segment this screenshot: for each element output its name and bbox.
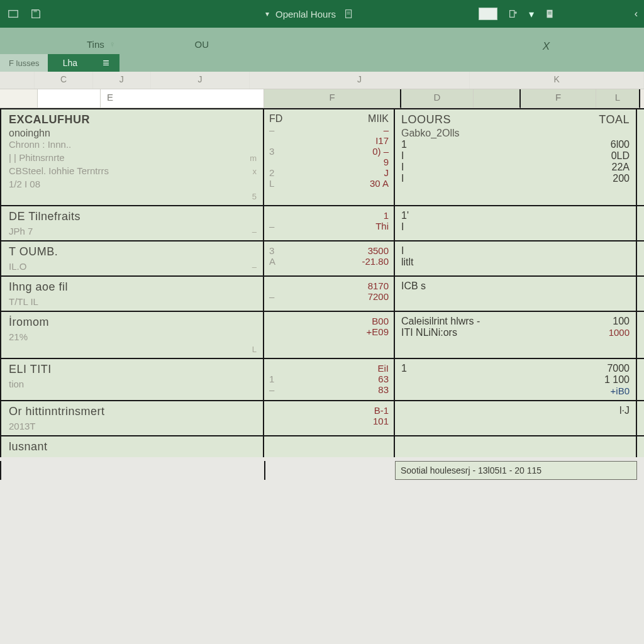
chevron-left-icon[interactable]: ‹ — [635, 8, 638, 19]
section-right[interactable] — [395, 436, 637, 457]
mid-row[interactable]: 163 — [269, 374, 389, 384]
section-mid[interactable]: B00+E09 — [264, 312, 395, 358]
right-row[interactable]: I200 — [401, 173, 630, 184]
chevron-down-icon[interactable]: ▾ — [265, 9, 269, 18]
mid-row[interactable]: EiI — [269, 363, 389, 374]
col-j[interactable]: J — [93, 72, 151, 89]
spreadsheet-grid[interactable]: EXCALUFHURonoinghnChronn : Innn..| | Phi… — [0, 108, 644, 457]
mid-row[interactable]: A-21.80 — [269, 256, 389, 267]
section-right[interactable]: ICB s — [395, 277, 637, 311]
tab-ou[interactable]: OU — [184, 35, 221, 53]
right-row[interactable]: 1 100 — [401, 374, 630, 386]
right-row[interactable]: l·J — [401, 405, 630, 416]
tab-tins[interactable]: Tins ♀ — [75, 35, 127, 53]
section-right[interactable]: Ilitlt — [395, 242, 637, 275]
mid-row[interactable]: L30 A — [269, 178, 389, 189]
mid-row[interactable]: B-1 — [269, 405, 389, 416]
right-row[interactable]: I0LD — [401, 150, 630, 162]
section-right[interactable]: 1'I — [395, 206, 637, 240]
left-row[interactable]: tion — [9, 379, 257, 389]
right-row[interactable]: Caleisilrint hlwrs -100 — [401, 316, 630, 327]
left-row[interactable]: 5 — [9, 192, 257, 201]
section-left[interactable]: EXCALUFHURonoinghnChronn : Innn..| | Phi… — [0, 109, 264, 205]
section-left[interactable]: Or hittinntrinsmert2013T — [0, 401, 264, 435]
col-blank3[interactable] — [474, 89, 521, 108]
left-row[interactable]: 1/2 I 08 — [9, 179, 257, 189]
col-d[interactable]: D — [401, 89, 474, 108]
right-row[interactable]: I — [401, 245, 630, 257]
mid-row[interactable]: I17 — [269, 135, 389, 146]
section-right[interactable]: LOOURSTOALGabko_2Olls16l00I0LDI22AI200 — [395, 109, 637, 205]
mid-row[interactable]: 1 — [269, 210, 389, 221]
section-right[interactable]: l·J — [395, 401, 637, 435]
left-row[interactable]: T/TL IL — [9, 296, 257, 307]
left-row[interactable]: L — [9, 345, 257, 354]
left-row[interactable]: 2013T — [9, 421, 257, 431]
right-row[interactable]: 17000 — [401, 363, 630, 374]
section-mid[interactable]: 33500A-21.80 — [264, 242, 395, 275]
right-row[interactable]: 1' — [401, 210, 630, 221]
section-right[interactable]: 170001 100+iB0 — [395, 359, 637, 400]
right-row[interactable]: I — [401, 221, 630, 233]
section-left[interactable]: T OUMB.IL.O– — [0, 242, 264, 275]
section-mid[interactable]: FDMIIK––I1730) –92JL30 A — [264, 109, 395, 205]
mid-row[interactable]: –7200 — [269, 291, 389, 302]
mid-cell-r: 30 A — [329, 178, 389, 189]
col-j3[interactable]: J — [250, 72, 470, 89]
col-blank[interactable] — [0, 89, 38, 108]
right-row[interactable]: +iB0 — [401, 386, 630, 396]
mid-row[interactable]: 33500 — [269, 245, 389, 256]
col-c[interactable]: C — [35, 72, 92, 89]
col-header[interactable] — [0, 72, 35, 89]
page-icon[interactable] — [543, 7, 557, 21]
chevron-down-icon[interactable]: ▾ — [529, 8, 534, 20]
window-icon — [6, 7, 20, 21]
right-row[interactable]: 16l00 — [401, 139, 630, 150]
search-box[interactable] — [479, 8, 497, 20]
section-mid[interactable] — [264, 436, 395, 457]
mid-row[interactable]: +E09 — [269, 326, 389, 337]
col-blank2[interactable] — [38, 89, 101, 108]
mid-row[interactable]: 2J — [269, 167, 389, 178]
left-row[interactable]: JPh 7– — [9, 226, 257, 236]
left-row[interactable]: CBSteel. Iohhie Terntrrsx — [9, 165, 257, 176]
left-row[interactable]: IL.O– — [9, 261, 257, 272]
mid-row[interactable]: 9 — [269, 157, 389, 167]
mid-row[interactable]: –83 — [269, 384, 389, 395]
col-f[interactable]: F — [264, 89, 401, 108]
col-l[interactable]: L — [596, 89, 640, 108]
section-left[interactable]: İromom21%L — [0, 312, 264, 358]
export-icon[interactable] — [506, 7, 520, 21]
col-k[interactable]: K — [470, 72, 644, 89]
mid-row[interactable]: –– — [269, 125, 389, 135]
right-row[interactable]: I22A — [401, 162, 630, 173]
right-row[interactable]: ICB s — [401, 280, 630, 292]
section-left[interactable]: ELI TITItion — [0, 359, 264, 400]
section-left[interactable]: lusnant — [0, 436, 264, 457]
section-mid[interactable]: B-1101 — [264, 401, 395, 435]
left-row[interactable]: 21% — [9, 331, 257, 342]
section-mid[interactable]: 8170–7200 — [264, 277, 395, 311]
mid-row[interactable]: 101 — [269, 416, 389, 426]
section-mid[interactable]: EiI163–83 — [264, 359, 395, 400]
section-left[interactable]: DE TilnefraitsJPh 7– — [0, 206, 264, 240]
right-row[interactable]: litlt — [401, 257, 630, 268]
left-row[interactable]: | | Phitnsrnrtem — [9, 152, 257, 163]
sheet-tab-1[interactable]: F lusses — [0, 54, 48, 72]
section-left[interactable]: Ihng aoe filT/TL IL — [0, 277, 264, 311]
sheet-tab-active[interactable]: Lha — [48, 54, 92, 72]
mid-row[interactable]: 8170 — [269, 280, 389, 291]
save-icon[interactable] — [29, 7, 43, 21]
right-row[interactable]: ITI NLiNi:ors1000 — [401, 327, 630, 338]
section-title: ELI TITI — [9, 363, 257, 376]
mid-row[interactable]: B00 — [269, 316, 389, 326]
section-right[interactable]: Caleisilrint hlwrs -100ITI NLiNi:ors1000 — [395, 312, 637, 358]
col-f2[interactable]: F — [521, 89, 596, 108]
col-j2[interactable]: J — [151, 72, 250, 89]
mid-row[interactable]: –Thi — [269, 221, 389, 231]
mid-cell-l: 2 — [269, 167, 329, 178]
sheet-tab-menu[interactable]: ≡ — [92, 54, 119, 72]
col-e[interactable]: E — [101, 89, 264, 108]
section-mid[interactable]: 1–Thi — [264, 206, 395, 240]
mid-row[interactable]: 30) – — [269, 146, 389, 157]
